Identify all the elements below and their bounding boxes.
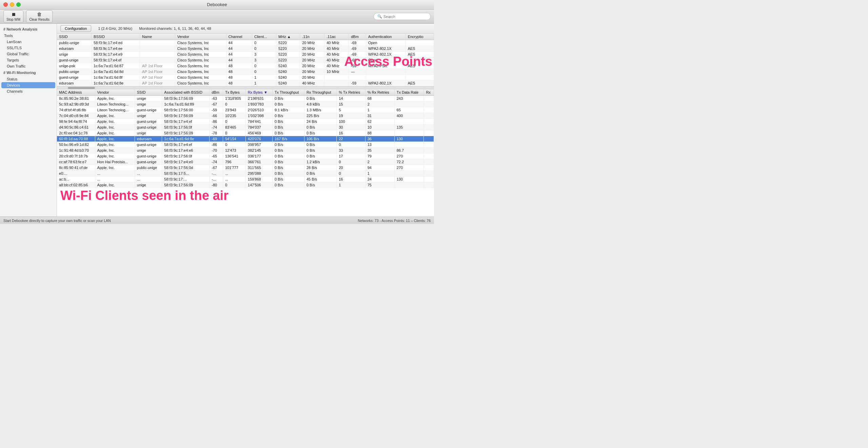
ap-table-row[interactable]: eduroam58:f3:9c:17:e4:eeCisco Systems, I…	[57, 46, 434, 52]
sidebar-item-own-traffic[interactable]: Own Traffic	[0, 63, 57, 69]
clients-table-row[interactable]: 8c:85:90:41:cf:deApple, Inc.public-unige…	[57, 165, 434, 171]
network-analysis-header: # Network Analysis	[0, 26, 57, 33]
ap-col-11n: .11n	[300, 34, 324, 40]
clients-table-header-row: MAC Address Vendor SSID Associated with …	[57, 89, 434, 96]
ap-scrollbar[interactable]	[57, 86, 434, 89]
ap-table-row[interactable]: public-unige1c:6a:7a:d1:6d:8dAP 1st Floo…	[57, 69, 434, 75]
clients-table-row[interactable]: 8c:85:90:2e:38:81Apple, Inc.unige58:f3:9…	[57, 96, 434, 101]
clients-table-row[interactable]: 1c:91:48:4d:b3:70Apple, Inc.unige58:f3:9…	[57, 148, 434, 153]
search-input[interactable]	[383, 15, 428, 19]
title-bar: Debookee	[0, 0, 434, 10]
fullscreen-button[interactable]	[16, 2, 21, 7]
sidebar-item-global-traffic[interactable]: Global Traffic	[0, 51, 57, 57]
ap-col-clients: Client...	[252, 34, 276, 40]
sidebar: # Network Analysis Tools LanScan SSL/TLS…	[0, 24, 57, 217]
clients-col-dbm: dBm	[210, 89, 223, 96]
status-bar-left: Start Debookee directly to capture your …	[3, 219, 111, 223]
app-title: Debookee	[207, 2, 227, 7]
ap-col-ssid: SSID	[57, 34, 92, 40]
traffic-lights	[3, 2, 21, 7]
ap-col-name: Name	[140, 34, 175, 40]
ap-col-channel: Channel	[226, 34, 252, 40]
close-button[interactable]	[3, 2, 8, 7]
band-info: 1 (2.4 GHz, 20 MHz)	[98, 26, 132, 31]
ap-col-auth: Authentication	[366, 34, 406, 40]
wifi-monitoring-header: # Wi-Fi Monitoring	[0, 69, 57, 76]
clients-table-row[interactable]: 5c:93:a2:9b:d9:3dLiteon Technolog...unig…	[57, 101, 434, 107]
wifi-clients-overlay: Wi-Fi Clients seen in the air	[60, 188, 229, 203]
clear-results-button[interactable]: 🗑 Clear Results	[26, 10, 53, 23]
ap-scrollbar-thumb[interactable]	[68, 87, 95, 89]
clients-table-row[interactable]: 7c:04:d0:c8:9e:84Apple, Inc.unige58:f3:9…	[57, 113, 434, 119]
sidebar-item-ssltls[interactable]: SSL/TLS	[0, 45, 57, 51]
content-area: Configuration 1 (2.4 GHz, 20 MHz) Monito…	[57, 24, 434, 217]
ap-table-header-row: SSID BSSID Name Vendor Channel Client...…	[57, 34, 434, 40]
status-bar: Start Debookee directly to capture your …	[0, 217, 434, 224]
clients-col-rx-retries: % Rx Retries	[365, 89, 394, 96]
sidebar-item-devices[interactable]: Devices	[1, 82, 55, 88]
sidebar-item-tools-header: Tools	[0, 33, 57, 39]
clients-table-row[interactable]: 2c:f0:ee:04:1c:78Apple, Inc.unige58:f3:9…	[57, 130, 434, 136]
clients-col-mac: MAC Address	[57, 89, 95, 96]
clients-panel[interactable]: MAC Address Vendor SSID Associated with …	[57, 89, 434, 217]
clients-table-row[interactable]: e0:.........58:f3:9c:17:5...-......295'0…	[57, 171, 434, 176]
clients-table-row[interactable]: 50:bc:96:e9:1d:82Apple, Inc.guest-unige5…	[57, 142, 434, 148]
main-layout: # Network Analysis Tools LanScan SSL/TLS…	[0, 24, 434, 217]
monitored-channels: Monitored channels: 1, 6, 11, 36, 40, 44…	[139, 26, 211, 31]
status-bar-right: Networks: 73 - Access Points: 11 – Clien…	[358, 219, 431, 223]
ap-panel: Configuration 1 (2.4 GHz, 20 MHz) Monito…	[57, 24, 434, 89]
ap-table-row[interactable]: unige58:f3:9c:17:e4:e9Cisco Systems, Inc…	[57, 52, 434, 57]
clients-table-row[interactable]: 60:f8:1d:aa:70:88Apple, Inc.eduroam1c:6a…	[57, 136, 434, 142]
search-bar[interactable]: 🔍	[374, 13, 431, 20]
ap-col-enc: Encryptio	[406, 34, 434, 40]
clients-col-rx-thruput: Rx Throughput	[304, 89, 336, 96]
clients-col-rx-bytes: Rx Bytes ▼	[245, 89, 272, 96]
sidebar-item-lanscan[interactable]: LanScan	[0, 39, 57, 45]
ap-table-container[interactable]: SSID BSSID Name Vendor Channel Client...…	[57, 34, 434, 86]
clients-col-tx-bytes: Tx Bytes	[223, 89, 245, 96]
clients-table-row[interactable]: 98:fe:94:4a:f8:74Apple, Inc.guest-unige5…	[57, 119, 434, 125]
ap-table-row[interactable]: unige-psk1c:6a:7a:d1:6d:87AP 1st FloorCi…	[57, 63, 434, 69]
search-icon: 🔍	[377, 14, 382, 19]
clients-table-row[interactable]: d4:90:9c:86:c4:61Apple, Inc.guest-unige5…	[57, 125, 434, 130]
sidebar-item-targets[interactable]: Targets	[0, 57, 57, 63]
clients-col-tx-retries: % Tx Retries	[337, 89, 365, 96]
clients-table-body: 8c:85:90:2e:38:81Apple, Inc.unige58:f3:9…	[57, 96, 434, 188]
toolbar: ⏹ Stop WM 🗑 Clear Results 🔍	[0, 10, 434, 24]
ap-col-mhz: MHz ▲	[276, 34, 300, 40]
ap-table-row[interactable]: guest-unige1c:6a:7a:d1:6d:8fAP 1st Floor…	[57, 75, 434, 80]
stop-icon: ⏹	[11, 12, 16, 17]
ap-table-row[interactable]: public-unige58:f3:9c:17:e4:edCisco Syste…	[57, 40, 434, 46]
clients-col-tx-thruput: Tx Throughput	[272, 89, 304, 96]
ap-table-row[interactable]: guest-unige58:f3:9c:17:e4:efCisco System…	[57, 57, 434, 63]
clients-table-row[interactable]: 74:df:bf:4f:d6:8bLiteon Technolog...gues…	[57, 107, 434, 113]
clients-col-vendor: Vendor	[95, 89, 135, 96]
clients-table-row[interactable]: cc:af:78:63:fe:e7Hon Hai Precisio...gues…	[57, 159, 434, 165]
ap-table-row[interactable]: eduroam1c:6a:7a:d1:6d:8eAP 1st FloorCisc…	[57, 80, 434, 86]
ap-table-body: public-unige58:f3:9c:17:e4:edCisco Syste…	[57, 40, 434, 86]
sidebar-item-channels[interactable]: Channels	[0, 88, 57, 94]
ap-col-dbm: dBm	[349, 34, 366, 40]
trash-icon: 🗑	[37, 12, 42, 17]
clients-col-rx: Rx	[424, 89, 434, 96]
configuration-button[interactable]: Configuration	[60, 25, 91, 32]
sidebar-item-status[interactable]: Status	[0, 76, 57, 82]
ap-col-bssid: BSSID	[92, 34, 140, 40]
clients-table: MAC Address Vendor SSID Associated with …	[57, 89, 434, 188]
ap-col-11ac: .11ac	[324, 34, 349, 40]
clients-col-tx-rate: Tx Data Rate	[394, 89, 424, 96]
ap-panel-header: Configuration 1 (2.4 GHz, 20 MHz) Monito…	[57, 24, 434, 34]
minimize-button[interactable]	[10, 2, 14, 7]
clients-col-ssid: SSID	[135, 89, 162, 96]
ap-table: SSID BSSID Name Vendor Channel Client...…	[57, 34, 434, 86]
clients-table-row[interactable]: 20:c9:d0:7f:18:7bApple, Inc.guest-unige5…	[57, 153, 434, 159]
clients-table-row[interactable]: ac:b.........58:f3:9c:17:...-......159'8…	[57, 176, 434, 182]
clients-col-bssid: Associated with BSSID	[162, 89, 210, 96]
clients-table-row[interactable]: a8:bb:cf:02:85:b6Apple, Inc.unige58:f3:9…	[57, 182, 434, 188]
stop-wm-button[interactable]: ⏹ Stop WM	[3, 10, 23, 23]
ap-col-vendor: Vendor	[175, 34, 226, 40]
